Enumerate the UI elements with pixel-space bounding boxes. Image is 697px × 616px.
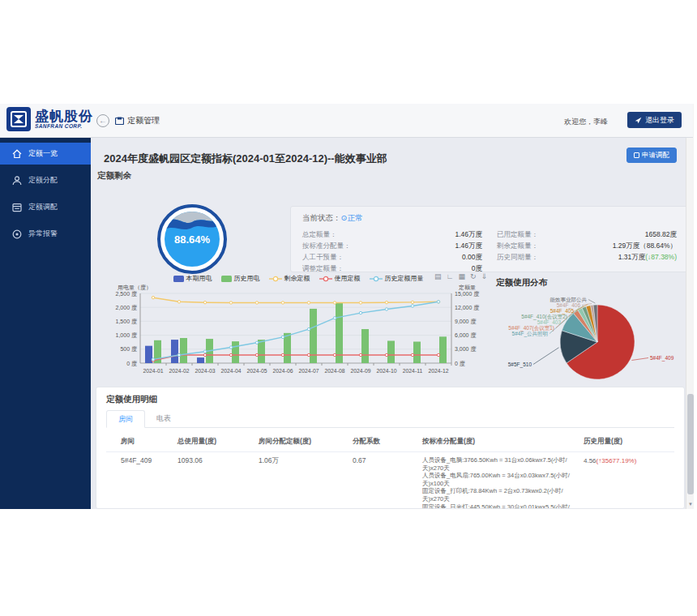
svg-text:0 度: 0 度: [126, 361, 137, 367]
pie-chart-title: 定额使用分布: [496, 277, 547, 289]
svg-text:6,000 度: 6,000 度: [455, 332, 476, 339]
legend-line-marker: [269, 276, 282, 282]
svg-text:9,000 度: 9,000 度: [455, 319, 476, 325]
svg-text:2,500 度: 2,500 度: [116, 291, 137, 297]
page-title: 2024年度盛帆园区定额指标(2024-01至2024-12)--能效事业部: [104, 152, 387, 166]
download-icon[interactable]: ⇓: [481, 272, 487, 280]
sidebar-item-2[interactable]: 定额分配: [0, 169, 91, 191]
status-field: 总定额量：1.46万度: [302, 229, 482, 240]
usage-trend-chart: 本期用电历史用电剩余定额使用定额历史定额用量 ▤∟▦↻⇓ 用电量（度） 定额量 …: [108, 272, 489, 391]
logout-label: 退出登录: [645, 115, 674, 126]
scroll-down-arrow[interactable]: ▼: [686, 502, 695, 507]
standard-allocation-line: 人员设备_电风扇:765.00Kwh = 34台x0.03kwx7.5(小时/天…: [422, 472, 584, 487]
svg-text:15,000 度: 15,000 度: [455, 291, 479, 297]
company-name-en: SANFRAN CORP.: [35, 123, 93, 129]
svg-text:1,000 度: 1,000 度: [116, 332, 137, 339]
restore-icon[interactable]: ↻: [470, 272, 477, 280]
quota-detail-card: 定额使用明细 房间电表 房间总使用量(度)房间分配定额(度)分配系数按标准分配量…: [96, 387, 685, 509]
main-content: 2024年度盛帆园区定额指标(2024-01至2024-12)--能效事业部 申…: [91, 138, 686, 509]
pie-label: 5#4F_410(会议室2): [521, 314, 567, 320]
svg-text:2024-08: 2024-08: [325, 368, 345, 374]
data-view-icon[interactable]: ▤: [434, 272, 442, 280]
sidebar-item-4[interactable]: 异常报警: [0, 223, 91, 245]
svg-text:2,000 度: 2,000 度: [116, 305, 137, 311]
status-field: 按标准分配量：1.46万度: [302, 240, 482, 251]
card-icon: [11, 202, 23, 213]
cell-history: 4.56(↑35677.19%): [584, 456, 674, 464]
current-status-value: ⊙正常: [341, 213, 363, 222]
detail-tab-房间[interactable]: 房间: [106, 410, 145, 428]
column-header: 按标准分配量(度): [422, 437, 584, 447]
legend-swatch: [173, 276, 184, 282]
sidebar-item-3[interactable]: 定额调配: [0, 196, 91, 218]
sidebar-item-label: 定额调配: [28, 202, 58, 212]
svg-text:12,000 度: 12,000 度: [455, 305, 479, 311]
status-field: 历史同期量：1.31万度(↓87.38%): [497, 251, 677, 263]
svg-text:2024-11: 2024-11: [403, 368, 423, 374]
sidebar-nav: 定额一览定额分配定额调配异常报警: [0, 138, 91, 509]
table-row[interactable]: 5#4F_4091093.061.06万0.67人员设备_电脑:3766.50K…: [106, 451, 674, 509]
pie-label: 5#4F_公共照明: [512, 331, 548, 337]
screenshot-canvas: 盛帆股份 SANFRAN CORP. ← 定额管理 欢迎您，李峰 退出登录: [0, 0, 697, 616]
pie-label: 5#4F_409: [650, 355, 674, 361]
quota-detail-title: 定额使用明细: [106, 394, 674, 405]
legend-line-marker: [370, 276, 383, 282]
sidebar-item-1[interactable]: 定额一览: [0, 143, 91, 165]
sidebar-item-label: 定额一览: [28, 148, 58, 159]
gauge-percent: 88.64%: [156, 233, 229, 246]
cell-coefficient: 0.67: [353, 456, 422, 464]
cell-room: 5#4F_409: [106, 456, 177, 464]
standard-allocation-line: 人员设备_电脑:3766.50Kwh = 31台x0.06kwx7.5(小时/天…: [422, 456, 584, 472]
pie-label: 5#4F_407(会议室1): [508, 325, 554, 332]
svg-text:2024-09: 2024-09: [351, 368, 371, 374]
legend-line-marker: [319, 276, 332, 282]
axis-pointer-icon[interactable]: ∟: [447, 272, 454, 280]
pie-label: 5#5F_510: [508, 361, 532, 368]
company-name-zh: 盛帆股份: [35, 109, 93, 123]
bar-line-chart-svg[interactable]: 0 度0 度500 度3,000 度1,000 度6,000 度1,500 度9…: [108, 282, 489, 389]
scrollbar-thumb[interactable]: [687, 394, 694, 494]
column-header: 分配系数: [353, 437, 422, 447]
status-fields-right: 已用定额量：1658.82度剩余定额量：1.29万度（88.64%）历史同期量：…: [497, 229, 677, 274]
apply-adjust-button[interactable]: 申请调配: [626, 148, 677, 163]
status-field: 剩余定额量：1.29万度（88.64%）: [497, 240, 677, 251]
svg-text:2024-12: 2024-12: [429, 368, 449, 374]
column-header: 房间: [106, 437, 177, 447]
back-button[interactable]: ←: [96, 114, 109, 127]
svg-text:0 度: 0 度: [455, 361, 465, 367]
logout-button[interactable]: 退出登录: [627, 112, 682, 128]
breadcrumb: 定额管理: [115, 115, 160, 126]
quota-distribution-pie[interactable]: 5#4F_4095#5F_5105#4F_公共照明5#4F_407(会议室1)5…: [490, 295, 692, 383]
detail-table: 房间总使用量(度)房间分配定额(度)分配系数按标准分配量(度)历史用量(度)5#…: [106, 433, 674, 509]
cell-room-quota: 1.06万: [259, 456, 353, 466]
cell-standard-allocation: 人员设备_电脑:3766.50Kwh = 31台x0.06kwx7.5(小时/天…: [422, 456, 584, 509]
pie-label: 5#4F_403: [537, 319, 562, 326]
page-scrollbar[interactable]: ▲ ▼: [686, 104, 694, 509]
status-field: 人工干预量：0.00度: [302, 251, 482, 263]
bar-switch-icon[interactable]: ▦: [458, 272, 465, 280]
quota-remaining-label: 定额剩余: [97, 170, 131, 182]
apply-adjust-icon: [634, 152, 639, 158]
home-icon: [11, 148, 23, 160]
table-header-row: 房间总使用量(度)房间分配定额(度)分配系数按标准分配量(度)历史用量(度): [106, 433, 674, 451]
column-header: 总使用量(度): [177, 437, 259, 447]
status-field: 已用定额量：1658.82度: [497, 229, 677, 240]
company-logo-icon: [6, 107, 31, 131]
company-name-block: 盛帆股份 SANFRAN CORP.: [35, 109, 93, 129]
company-logo: 盛帆股份 SANFRAN CORP.: [6, 107, 93, 131]
detail-tab-电表[interactable]: 电表: [145, 410, 182, 427]
app-window: 盛帆股份 SANFRAN CORP. ← 定额管理 欢迎您，李峰 退出登录: [0, 104, 693, 509]
svg-text:2024-03: 2024-03: [195, 368, 216, 374]
sidebar-item-label: 定额分配: [28, 175, 58, 186]
current-status-label: 当前状态：: [302, 213, 341, 222]
chart-toolbox: ▤∟▦↻⇓: [434, 272, 487, 280]
current-status-row: 当前状态：⊙正常: [302, 213, 677, 224]
standard-allocation-line: 固定设备_日光灯:445.50Kwh = 30台x0.01kwx5.5(小时/天…: [422, 503, 584, 509]
svg-text:2024-05: 2024-05: [247, 368, 267, 374]
pie-label: 5#4F_405: [550, 308, 575, 314]
svg-text:2024-07: 2024-07: [299, 368, 319, 374]
svg-text:2024-06: 2024-06: [273, 368, 293, 374]
alarm-icon: [11, 229, 23, 240]
legend-swatch: [221, 276, 232, 282]
breadcrumb-label: 定额管理: [127, 115, 160, 126]
